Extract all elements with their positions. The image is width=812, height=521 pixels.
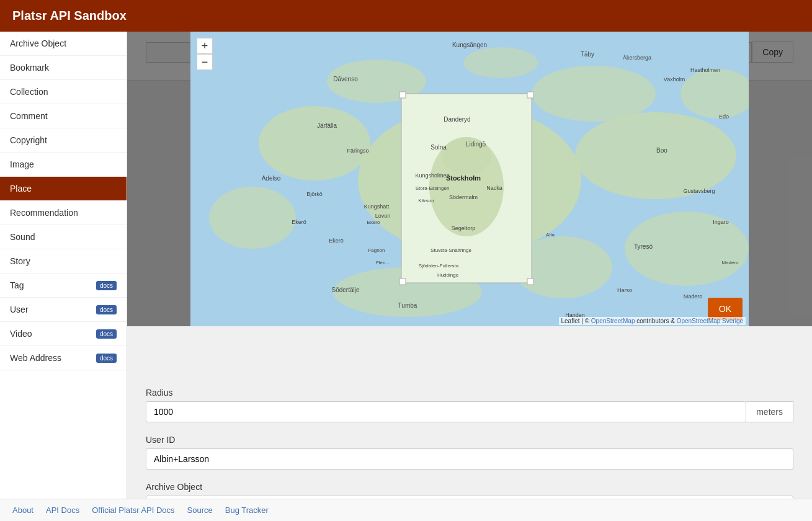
sidebar-item-label-sound: Sound [10,232,35,242]
radius-label: Radius [146,388,793,398]
sidebar-item-recommendation[interactable]: Recommendation [0,201,127,225]
sidebar-item-web-address[interactable]: Web Addressdocs [0,346,127,370]
svg-text:Sjödalen-Fullersta: Sjödalen-Fullersta [419,263,459,269]
map-overlay: Danderyd Solna Lidingö Stockholm Söderma… [127,32,812,326]
radius-input[interactable] [146,401,746,422]
user-id-row: User ID [146,435,793,470]
svg-point-2 [259,106,370,180]
svg-rect-16 [527,92,533,98]
sidebar-item-user[interactable]: Userdocs [0,298,127,322]
svg-text:Solna: Solna [431,144,447,151]
svg-text:Nacka: Nacka [486,185,502,191]
svg-text:Stockholm: Stockholm [446,174,481,182]
svg-text:Hastholmen: Hastholmen [690,67,720,73]
svg-text:Stora-Essingen: Stora-Essingen [416,185,450,191]
sidebar-item-story[interactable]: Story [0,249,127,274]
map-zoom-controls: + − [197,38,213,70]
footer: About API Docs Official Platsr API Docs … [0,499,812,521]
sidebar-item-label-image: Image [10,159,34,169]
svg-point-3 [575,112,736,199]
svg-rect-18 [527,278,533,285]
sidebar-item-image[interactable]: Image [0,153,127,177]
map-background: Danderyd Solna Lidingö Stockholm Söderma… [190,32,749,326]
sidebar-item-video[interactable]: Videodocs [0,322,127,346]
svg-text:Kärson: Kärson [418,198,434,203]
svg-text:Harso: Harso [617,287,632,293]
svg-point-8 [532,66,656,122]
sidebar-item-collection[interactable]: Collection [0,80,127,104]
svg-text:Kungsängen: Kungsängen [452,42,487,48]
svg-text:Alta: Alta [546,232,555,238]
sidebar-item-bookmark[interactable]: Bookmark [0,56,127,80]
radius-row: Radius meters [146,388,793,422]
svg-text:Fagnon: Fagnon [368,247,385,253]
map-container: Danderyd Solna Lidingö Stockholm Söderma… [190,32,749,326]
svg-text:Ekerö: Ekerö [367,220,380,225]
main-content: Copy [127,32,812,499]
official-docs-link[interactable]: Official Platsr API Docs [92,505,174,515]
map-attribution: Leaflet | © OpenStreetMap contributors &… [559,317,746,325]
svg-text:Färingso: Färingso [347,148,368,154]
svg-text:Åkersberga: Åkersberga [623,55,651,61]
sidebar-item-place[interactable]: Place [0,177,127,201]
svg-point-10 [463,47,538,78]
svg-text:Dāvenso: Dāvenso [333,76,358,82]
sidebar-item-label-place: Place [10,184,32,194]
svg-rect-17 [399,278,406,285]
sidebar-item-label-recommendation: Recommendation [10,208,78,218]
user-id-input[interactable] [146,448,793,470]
zoom-in-button[interactable]: + [197,38,213,54]
svg-text:Ekerö: Ekerö [292,219,306,225]
radius-unit: meters [746,401,793,422]
archive-object-input[interactable] [146,496,793,499]
docs-badge-video[interactable]: docs [96,329,117,339]
osm-se-link[interactable]: OpenStreetMap Sverige [677,318,743,324]
docs-badge-tag[interactable]: docs [96,281,117,290]
docs-badge-web-address[interactable]: docs [96,354,117,363]
svg-text:Segeltorp: Segeltorp [452,225,476,231]
map-svg: Danderyd Solna Lidingö Stockholm Söderma… [190,32,749,326]
zoom-out-button[interactable]: − [197,54,213,70]
sidebar-item-label-collection: Collection [10,87,48,97]
svg-text:Södermalm: Södermalm [449,194,478,200]
osm-link[interactable]: OpenStreetMap [591,318,635,324]
docs-badge-user[interactable]: docs [96,305,117,314]
sidebar-item-label-web-address: Web Address [10,353,61,363]
app-header: Platsr API Sandbox [0,0,812,32]
svg-text:Stuvsta-Snättringe: Stuvsta-Snättringe [431,247,471,253]
svg-point-4 [209,187,296,249]
api-docs-link[interactable]: API Docs [46,505,79,515]
about-link[interactable]: About [12,505,33,515]
form-content: Radius meters User ID Archive Object [127,375,812,499]
svg-text:Kungshatt: Kungshatt [364,203,390,210]
svg-text:Ekerö: Ekerö [329,238,344,244]
svg-text:Madero: Madero [721,260,739,265]
source-link[interactable]: Source [187,505,213,515]
sidebar-item-label-bookmark: Bookmark [10,63,49,73]
svg-text:Södertälje: Södertälje [331,287,359,293]
sidebar-item-archive-object[interactable]: Archive Object [0,32,127,56]
svg-text:Madero: Madero [684,293,703,300]
sidebar-item-label-comment: Comment [10,111,48,121]
sidebar: Archive ObjectBookmarkCollectionCommentC… [0,32,127,499]
svg-text:Tumba: Tumba [398,302,417,309]
svg-text:Flen...: Flen... [376,260,390,265]
svg-rect-15 [399,92,406,98]
svg-text:Kungsholmen: Kungsholmen [415,172,449,179]
app-title: Platsr API Sandbox [12,9,127,22]
svg-text:Edo: Edo [719,114,729,120]
svg-text:Lidingö: Lidingö [466,141,486,148]
svg-text:Tyresö: Tyresö [634,243,653,250]
sidebar-item-tag[interactable]: Tagdocs [0,274,127,298]
sidebar-item-sound[interactable]: Sound [0,225,127,249]
sidebar-item-label-tag: Tag [10,280,24,290]
archive-object-row: Archive Object [146,482,793,499]
svg-text:Gustavsberg: Gustavsberg [683,188,715,194]
sidebar-item-comment[interactable]: Comment [0,104,127,128]
svg-text:Vaxholm: Vaxholm [664,76,685,82]
sidebar-item-label-archive-object: Archive Object [10,38,66,48]
archive-object-label: Archive Object [146,482,793,492]
sidebar-item-copyright[interactable]: Copyright [0,128,127,153]
bug-tracker-link[interactable]: Bug Tracker [225,505,269,515]
sidebar-item-label-video: Video [10,329,32,339]
